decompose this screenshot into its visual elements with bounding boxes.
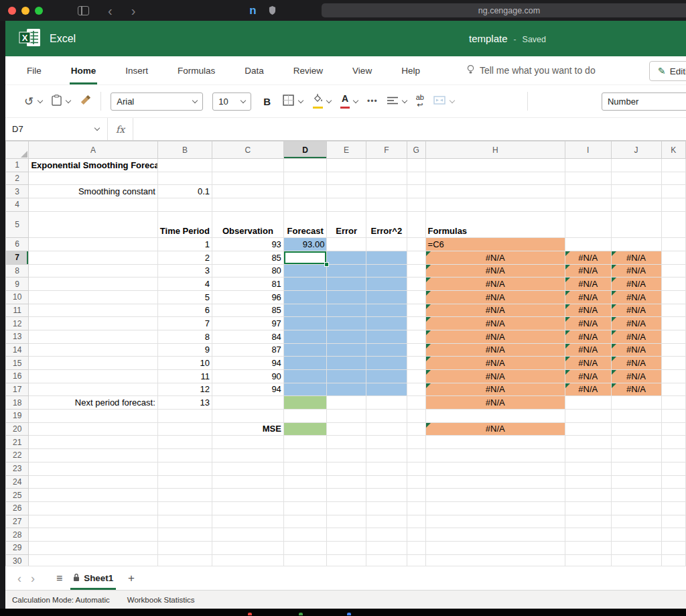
cell-G22[interactable] [407, 449, 425, 463]
row-header-26[interactable]: 26 [6, 501, 29, 515]
cell-A11[interactable] [29, 304, 157, 317]
cell-H24[interactable] [425, 475, 565, 489]
cell-E29[interactable] [327, 541, 366, 554]
cell-B14[interactable]: 9 [157, 343, 212, 357]
cell-I10[interactable]: #N/A [565, 290, 611, 304]
prev-sheet-button[interactable]: ‹ [17, 572, 21, 584]
column-header-G[interactable]: G [407, 141, 425, 159]
cell-C1[interactable] [212, 159, 284, 172]
cell-H26[interactable] [425, 501, 565, 515]
cell-D15[interactable] [283, 357, 327, 370]
row-header-9[interactable]: 9 [6, 278, 29, 291]
cell-D7[interactable] [283, 251, 327, 264]
cell-G8[interactable] [407, 264, 425, 278]
column-header-I[interactable]: I [565, 141, 611, 159]
cell-F14[interactable] [366, 343, 407, 357]
cell-B29[interactable] [157, 541, 212, 554]
cell-H16[interactable]: #N/A [425, 370, 565, 383]
cell-F8[interactable] [366, 264, 407, 278]
row-header-18[interactable]: 18 [6, 396, 29, 410]
cell-J20[interactable] [611, 422, 661, 436]
cell-F7[interactable] [366, 251, 407, 264]
cell-G4[interactable] [407, 198, 425, 212]
cell-F2[interactable] [366, 172, 407, 185]
cell-I26[interactable] [565, 501, 611, 515]
cell-G10[interactable] [407, 290, 425, 304]
cell-C24[interactable] [212, 475, 284, 489]
wrap-text-button[interactable]: ab ↩ [416, 94, 424, 109]
cell-F16[interactable] [366, 370, 407, 383]
cell-C15[interactable]: 94 [212, 357, 284, 370]
cell-C2[interactable] [212, 172, 284, 185]
cell-A7[interactable] [29, 251, 157, 264]
cell-H17[interactable]: #N/A [425, 383, 565, 396]
cell-K11[interactable] [661, 304, 686, 317]
cell-F12[interactable] [366, 317, 407, 330]
cell-A6[interactable] [29, 238, 157, 251]
cell-A14[interactable] [29, 343, 157, 357]
cell-G26[interactable] [407, 501, 425, 515]
cell-G12[interactable] [407, 317, 425, 330]
cell-J21[interactable] [611, 436, 661, 449]
cell-J18[interactable] [611, 396, 661, 410]
cell-D26[interactable] [283, 501, 327, 515]
cell-B21[interactable] [157, 436, 212, 449]
cell-B2[interactable] [157, 172, 212, 185]
cell-F25[interactable] [366, 489, 407, 502]
cell-H11[interactable]: #N/A [425, 304, 565, 317]
cell-H4[interactable] [425, 198, 565, 212]
row-header-3[interactable]: 3 [6, 185, 29, 198]
cell-C11[interactable]: 85 [212, 304, 284, 317]
menu-tab-view[interactable]: View [351, 56, 373, 84]
cell-J7[interactable]: #N/A [611, 251, 661, 264]
cell-C28[interactable] [212, 528, 284, 542]
cell-D13[interactable] [283, 330, 327, 343]
cell-K29[interactable] [661, 541, 686, 554]
cell-H19[interactable] [425, 410, 565, 423]
cell-F10[interactable] [366, 290, 407, 304]
cell-K30[interactable] [661, 554, 686, 566]
cell-J26[interactable] [611, 501, 661, 515]
cell-H6[interactable]: =C6 [425, 238, 565, 251]
cell-H27[interactable] [425, 515, 565, 528]
cell-I11[interactable]: #N/A [565, 304, 611, 317]
cell-J16[interactable]: #N/A [611, 370, 661, 383]
cell-H7[interactable]: #N/A [425, 251, 565, 264]
cell-F20[interactable] [366, 422, 407, 436]
cell-B16[interactable]: 11 [157, 370, 212, 383]
cell-A1[interactable]: Exponential Smoothing Forecasting [29, 159, 157, 172]
calculation-mode-status[interactable]: Calculation Mode: Automatic [12, 596, 110, 604]
cell-B13[interactable]: 8 [157, 330, 212, 343]
cell-G1[interactable] [407, 159, 425, 172]
cell-I16[interactable]: #N/A [565, 370, 611, 383]
cell-J5[interactable] [611, 211, 661, 237]
fill-color-button[interactable] [312, 94, 323, 109]
cell-I27[interactable] [565, 515, 611, 528]
row-header-29[interactable]: 29 [6, 541, 29, 554]
tab-overview-icon[interactable] [78, 6, 89, 15]
cell-H12[interactable]: #N/A [425, 317, 565, 330]
cell-D10[interactable] [283, 290, 327, 304]
document-name[interactable]: template [469, 33, 508, 44]
cell-C23[interactable] [212, 462, 284, 475]
cell-K1[interactable] [661, 159, 686, 172]
cell-K9[interactable] [661, 278, 686, 291]
cell-I13[interactable]: #N/A [565, 330, 611, 343]
cell-E5[interactable]: Error [327, 211, 366, 237]
cell-D27[interactable] [283, 515, 327, 528]
cell-B26[interactable] [157, 501, 212, 515]
cell-B8[interactable]: 3 [157, 264, 212, 278]
cell-I14[interactable]: #N/A [565, 343, 611, 357]
row-header-5[interactable]: 5 [6, 211, 29, 237]
cell-F3[interactable] [366, 185, 407, 198]
cell-D17[interactable] [283, 383, 327, 396]
menu-tab-review[interactable]: Review [292, 56, 324, 84]
cell-B3[interactable]: 0.1 [157, 185, 212, 198]
cell-B4[interactable] [157, 198, 212, 212]
cell-F26[interactable] [366, 501, 407, 515]
cell-I17[interactable]: #N/A [565, 383, 611, 396]
cell-C20[interactable]: MSE [212, 422, 284, 436]
cell-G9[interactable] [407, 278, 425, 291]
cell-G16[interactable] [407, 370, 425, 383]
cell-A28[interactable] [29, 528, 157, 542]
